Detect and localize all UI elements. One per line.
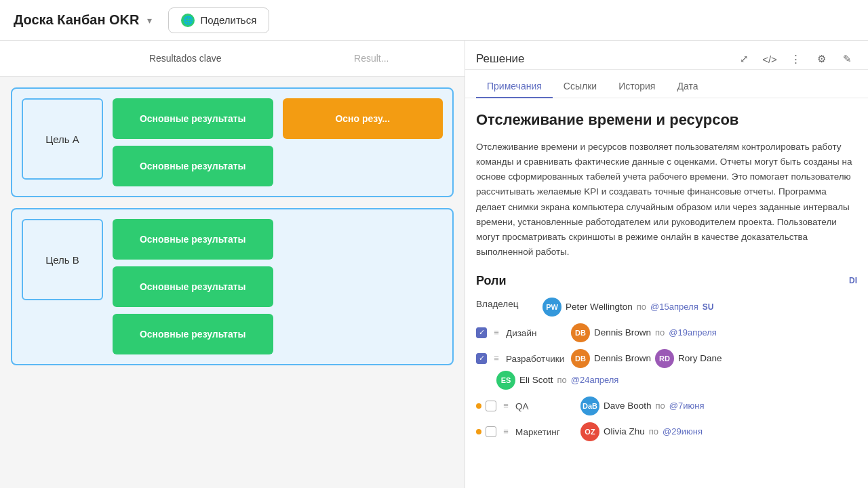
roles-title: Роли [476,274,507,288]
kanban-card-orange[interactable]: Осно резу... [283,98,443,139]
design-date[interactable]: @19апреля [669,327,717,338]
avatar: PW [542,298,561,317]
kanban-col-header-2: Result... [279,47,465,69]
owner-members: PW Peter Wellington по @15апреля SU [542,298,713,317]
chevron-down-icon[interactable]: ▾ [147,15,152,26]
dev-role-row: ✓ ≡ Разработчики DB Dennis Brown RD Rory… [476,349,857,368]
design-po: по [655,327,665,338]
su-badge: SU [703,302,714,312]
dev-label: Разработчики [506,352,567,364]
avatar: DB [571,349,590,368]
dev-role-block: ✓ ≡ Разработчики DB Dennis Brown RD Rory… [476,349,857,390]
qa-checkbox[interactable] [486,401,496,411]
detail-panel-title: Решение [476,52,524,66]
marketing-label: Маркетинг [515,426,576,437]
qa-dot [476,403,481,409]
code-icon[interactable]: </> [760,49,780,69]
dev-members: DB Dennis Brown RD Rory Dane [571,349,722,368]
more-icon[interactable]: ⋮ [785,49,806,69]
design-members: DB Dennis Brown по @19апреля [571,323,717,342]
tab-history[interactable]: История [608,75,666,98]
tab-notes[interactable]: Примечания [476,75,553,98]
avatar: DB [571,323,590,342]
top-bar: Доска Канбан OKR ▾ 🌐 Поделиться [0,0,868,41]
avatar: ES [496,371,515,390]
list-icon: ≡ [491,327,502,338]
list-icon: ≡ [500,426,511,437]
kanban-card[interactable]: Основные результаты [113,98,273,139]
board-title: Доска Канбан OKR [14,12,139,28]
goal-a-label: Цель А [22,98,103,180]
kanban-columns-header: Resultados clave Result... [0,41,465,77]
tab-links[interactable]: Ссылки [553,75,608,98]
goal-a-cards-col1: Основные результаты Основные результаты [113,98,273,186]
list-icon: ≡ [491,353,502,364]
qa-members: DaB Dave Booth по @7июня [580,396,705,415]
avatar: OZ [580,422,599,441]
owner-date[interactable]: @15апреля [650,302,698,312]
dave-booth: Dave Booth [604,401,652,411]
design-label: Дизайн [506,327,567,338]
goal-a-cards-col2: Осно резу... [283,98,443,139]
qa-label: QA [515,400,576,411]
tab-date[interactable]: Дата [666,75,709,98]
detail-section-title: Отслеживание времени и ресурсов [476,110,857,130]
eli-scott: Eli Scott [519,375,553,385]
list-icon: ≡ [500,401,511,411]
owner-label: Владелец [476,298,537,309]
dev-checkbox[interactable]: ✓ [476,353,487,364]
dennis-brown-dev: Dennis Brown [594,353,651,363]
marketing-dot [476,429,481,434]
owner-name: Peter Wellington [566,302,633,312]
qa-date[interactable]: @7июня [669,401,705,411]
design-checkbox[interactable]: ✓ [476,327,487,338]
filter-icon[interactable]: ⚙ [811,49,831,69]
edit-icon[interactable]: ✎ [837,49,857,69]
marketing-checkbox[interactable] [486,426,496,437]
roles-section-header: Роли DI [476,274,857,288]
kanban-card[interactable]: Основные результаты [113,314,273,354]
dev-date[interactable]: @24апреля [571,375,619,385]
owner-po: по [637,302,646,312]
di-badge: DI [849,276,857,285]
kanban-card[interactable]: Основные результаты [113,266,273,307]
kanban-panel: Resultados clave Result... Цель А Основн… [0,41,465,488]
qa-po: по [656,401,665,411]
owner-row: Владелец PW Peter Wellington по @15апрел… [476,298,857,317]
rory-dane-dev: Rory Dane [678,353,722,363]
qa-role-row: ≡ QA DaB Dave Booth по @7июня [476,396,857,415]
detail-header-icons: ⤢ </> ⋮ ⚙ ✎ [734,49,857,69]
goal-b-row: Цель B Основные результаты Основные резу… [11,208,454,365]
detail-header: Решение ⤢ </> ⋮ ⚙ ✎ [465,41,868,70]
kanban-col-header-1: Resultados clave [92,47,279,69]
detail-description: Отслеживание времени и ресурсов позволяе… [476,140,857,260]
olivia-zhu: Olivia Zhu [604,426,645,436]
main-layout: Resultados clave Result... Цель А Основн… [0,41,868,488]
avatar: DaB [580,396,599,415]
marketing-members: OZ Olivia Zhu по @29июня [580,422,703,441]
marketing-role-row: ≡ Маркетинг OZ Olivia Zhu по @29июня [476,422,857,441]
dev-extra-members: ES Eli Scott по @24апреля [476,371,857,390]
dev-po: по [557,375,567,385]
goal-a-row: Цель А Основные результаты Основные резу… [11,87,454,197]
share-button[interactable]: 🌐 Поделиться [168,7,269,33]
detail-panel: Решение ⤢ </> ⋮ ⚙ ✎ Примечания Ссылки Ис… [465,41,868,488]
kanban-card[interactable]: Основные результаты [113,146,273,186]
globe-icon: 🌐 [181,14,195,27]
kanban-content: Цель А Основные результаты Основные резу… [0,77,465,376]
detail-body: Отслеживание времени и ресурсов Отслежив… [465,98,868,488]
marketing-po: по [649,426,658,436]
detail-tabs: Примечания Ссылки История Дата [465,75,868,98]
expand-icon[interactable]: ⤢ [734,49,754,69]
marketing-date[interactable]: @29июня [663,426,703,436]
goal-b-cards-col1: Основные результаты Основные результаты … [113,219,273,354]
design-role-row: ✓ ≡ Дизайн DB Dennis Brown по @19апреля [476,323,857,342]
avatar: RD [655,349,674,368]
dennis-brown-design: Dennis Brown [594,327,651,338]
goal-b-label: Цель B [22,219,103,300]
kanban-card[interactable]: Основные результаты [113,219,273,260]
